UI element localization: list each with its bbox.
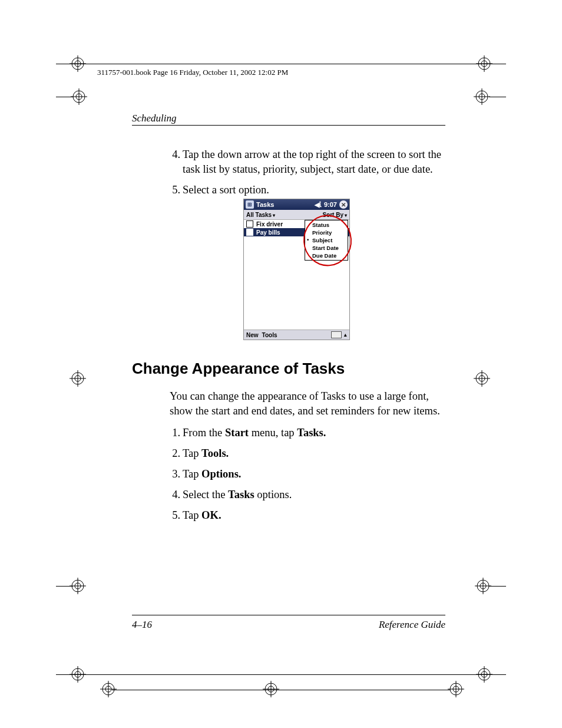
registration-mark-icon [70, 55, 86, 72]
list-item: 3.Tap Options. [170, 467, 447, 482]
start-flag-icon: ⊞ [246, 200, 254, 209]
list-item: 5.Tap OK. [170, 508, 447, 523]
chevron-up-icon[interactable]: ▴ [344, 332, 347, 338]
close-icon: ✕ [339, 200, 348, 209]
clock-time: 9:07 [324, 201, 337, 208]
checkbox-icon[interactable] [246, 229, 253, 236]
keyboard-icon[interactable] [331, 331, 342, 338]
instruction-list-continued: 4.Tap the down arrow at the top right of… [170, 147, 447, 197]
registration-mark-icon [71, 88, 87, 105]
instruction-list: 1.From the Start menu, tap Tasks. 2.Tap … [170, 426, 447, 523]
footer-rule [132, 615, 445, 615]
tasks-footer-bar: New Tools ▴ [244, 330, 349, 340]
section-heading: Change Appearance of Tasks [132, 360, 345, 378]
sort-option-selected[interactable]: Subject [306, 236, 346, 244]
sort-menu-popup: Status Priority Subject Start Date Due D… [305, 220, 348, 261]
registration-mark-icon [448, 681, 464, 697]
task-label: Fix driver [256, 221, 283, 228]
registration-mark-icon [476, 55, 492, 72]
speaker-icon: ◀ἱ [315, 201, 322, 209]
sort-option[interactable]: Status [306, 221, 346, 229]
header-rule [132, 125, 445, 126]
registration-mark-icon [474, 370, 490, 387]
tasks-toolbar: All Tasks▾ Sort By▾ [244, 210, 349, 220]
new-button[interactable]: New [246, 332, 259, 338]
running-header: Scheduling [132, 113, 177, 124]
window-title: Tasks [256, 201, 274, 208]
registration-mark-icon [70, 370, 86, 387]
document-title-footer: Reference Guide [379, 619, 445, 631]
sort-option[interactable]: Priority [306, 229, 346, 236]
list-item: 4.Select the Tasks options. [170, 487, 447, 502]
list-item: 5.Select a sort option. [170, 183, 447, 197]
list-item: 1.From the Start menu, tap Tasks. [170, 426, 447, 440]
registration-mark-icon [474, 88, 490, 105]
sort-option[interactable]: Due Date [306, 252, 346, 259]
page-number: 4–16 [132, 619, 152, 631]
chevron-down-icon: ▾ [273, 213, 275, 218]
list-item: 2.Tap Tools. [170, 446, 447, 461]
registration-mark-icon [263, 681, 279, 697]
tasks-app-screenshot: ⊞ Tasks ◀ἱ 9:07 ✕ All Tasks▾ Sort By▾ Fi… [243, 199, 350, 340]
checkbox-icon[interactable] [246, 220, 253, 228]
task-label: Pay bills [256, 229, 280, 236]
book-header-text: 311757-001.book Page 16 Friday, October … [97, 68, 288, 77]
filter-dropdown[interactable]: All Tasks▾ [246, 212, 275, 218]
sort-by-dropdown[interactable]: Sort By▾ [322, 212, 347, 218]
sort-option[interactable]: Start Date [306, 244, 346, 252]
registration-mark-icon [100, 681, 117, 697]
body-paragraph: You can change the appearance of Tasks t… [170, 389, 447, 419]
chevron-down-icon: ▾ [345, 213, 347, 218]
list-item: 4.Tap the down arrow at the top right of… [170, 147, 447, 177]
tools-button[interactable]: Tools [262, 332, 277, 338]
window-titlebar: ⊞ Tasks ◀ἱ 9:07 ✕ [244, 199, 349, 210]
